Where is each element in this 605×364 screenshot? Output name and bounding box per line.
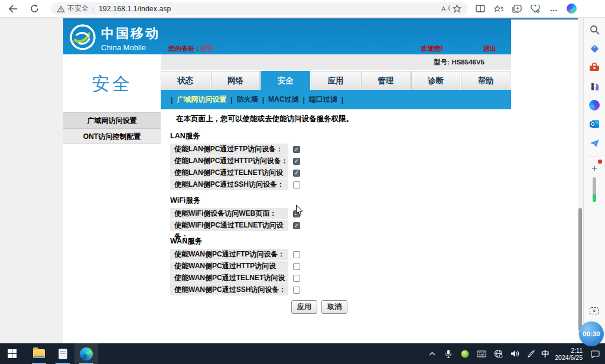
service-checkbox[interactable]: ✓ xyxy=(293,210,300,217)
service-label: 使能WiFi侧设备访问WEB页面： xyxy=(170,208,288,219)
service-row: 使能WAN侧PC通过TELNET访问设备： xyxy=(170,272,424,284)
microphone-icon[interactable] xyxy=(442,347,455,360)
main-content: 在本页面上，您可以使能或去使能访问设备服务权限。 LAN服务使能LAN侧PC通过… xyxy=(170,114,424,314)
ime-indicator[interactable]: 中 xyxy=(541,349,549,359)
sidebar-item-wan-access-settings[interactable]: 广域网访问设置 xyxy=(63,112,161,128)
main-nav-tabs: 状态网络安全应用管理诊断帮助 xyxy=(161,71,511,90)
shopping-icon[interactable] xyxy=(588,42,601,55)
province-value[interactable]: 辽宁 xyxy=(201,45,214,52)
tab-application[interactable]: 应用 xyxy=(311,71,360,90)
service-checkbox[interactable]: ✓ xyxy=(293,222,300,229)
service-row: 使能WAN侧PC通过HTTP访问设备： xyxy=(170,261,424,272)
tools-icon[interactable] xyxy=(588,61,601,74)
outlook-icon[interactable]: O xyxy=(588,118,601,131)
sidebar-divider xyxy=(588,157,601,157)
province-label: 您的省份：辽宁 xyxy=(168,44,214,53)
touch-keyboard-icon[interactable] xyxy=(475,347,488,360)
service-label: 使能WAN侧PC通过HTTP访问设备： xyxy=(170,261,288,272)
subnav-separator: | xyxy=(302,96,304,104)
service-checkbox[interactable]: ✓ xyxy=(293,146,300,153)
subnav-item-wan-access[interactable]: 广域网访问设置 xyxy=(177,95,226,105)
system-tray: 中 2:11 2024/6/25 xyxy=(425,347,605,361)
copilot-icon[interactable] xyxy=(567,4,577,14)
edge-button[interactable] xyxy=(74,343,98,364)
search-icon[interactable] xyxy=(588,23,601,36)
service-row: 使能LAN侧PC通过SSH访问设备： xyxy=(170,179,424,190)
service-label: 使能WiFi侧PC通过TELNET访问设备： xyxy=(170,220,288,231)
service-row: 使能WAN侧PC通过FTP访问设备： xyxy=(170,249,424,260)
service-checkbox[interactable] xyxy=(293,181,300,188)
action-center-icon[interactable] xyxy=(588,347,601,360)
security-label: 不安全 xyxy=(67,4,89,14)
collections-icon[interactable] xyxy=(512,4,522,14)
split-screen-icon[interactable] xyxy=(475,4,486,14)
service-checkbox[interactable] xyxy=(293,287,300,294)
tray-date: 2024/6/25 xyxy=(555,354,583,361)
taskbar-clock[interactable]: 2:11 2024/6/25 xyxy=(552,347,585,361)
add-icon[interactable]: + xyxy=(588,162,601,175)
file-explorer-button[interactable] xyxy=(27,343,51,364)
browser-essentials-icon[interactable] xyxy=(530,4,541,14)
favorite-star-icon[interactable] xyxy=(451,4,462,14)
subnav-item-firewall[interactable]: 防火墙 xyxy=(237,95,258,105)
apply-button[interactable]: 应用 xyxy=(291,300,317,314)
tab-management[interactable]: 管理 xyxy=(361,71,411,90)
service-label: 使能WAN侧PC通过TELNET访问设备： xyxy=(170,272,288,284)
service-label: 使能WAN侧PC通过FTP访问设备： xyxy=(170,249,288,260)
service-label: 使能WAN侧PC通过SSH访问设备： xyxy=(170,284,288,295)
service-checkbox[interactable] xyxy=(293,251,300,258)
sidebar-scroll-indicator[interactable] xyxy=(593,177,596,202)
service-sections: LAN服务使能LAN侧PC通过FTP访问设备：✓使能LAN侧PC通过HTTP访问… xyxy=(170,131,424,295)
welcome-text: 欢迎您! xyxy=(421,44,443,53)
scrollbar-thumb[interactable] xyxy=(578,208,582,331)
favorites-icon[interactable] xyxy=(493,4,504,14)
service-checkbox[interactable] xyxy=(293,263,300,270)
volume-icon[interactable] xyxy=(508,347,521,360)
warning-icon xyxy=(57,5,65,12)
subnav-item-port-filter[interactable]: 端口过滤 xyxy=(309,95,337,105)
subnav-separator: | xyxy=(171,96,173,104)
start-button[interactable] xyxy=(0,343,24,364)
logout-link[interactable]: 退出 xyxy=(483,44,496,53)
read-aloud-icon[interactable]: A xyxy=(441,4,451,14)
url-text: 192.168.1.1/index.asp xyxy=(99,5,171,13)
edge-sidebar: O + ✕ xyxy=(583,18,605,343)
tab-network[interactable]: 网络 xyxy=(211,71,261,90)
pen-icon[interactable] xyxy=(525,347,538,360)
browser-toolbar: 不安全 | 192.168.1.1/index.asp A xyxy=(0,0,605,18)
notepad-button[interactable] xyxy=(51,343,74,364)
toolbar-actions: … xyxy=(475,4,577,14)
service-checkbox[interactable]: ✓ xyxy=(293,170,300,177)
refresh-icon[interactable] xyxy=(26,2,43,16)
section-title: 安全 xyxy=(63,72,161,96)
tab-status[interactable]: 状态 xyxy=(161,71,210,90)
model-label: 型号: xyxy=(434,58,450,66)
router-page: 中国移动 China Mobile 您的省份：辽宁 欢迎您! 退出 型号: HS… xyxy=(0,18,605,343)
service-checkbox[interactable] xyxy=(293,275,300,282)
tab-security[interactable]: 安全 xyxy=(261,71,310,90)
drop-icon[interactable] xyxy=(588,136,601,150)
capture-icon[interactable]: ✕ xyxy=(590,307,599,314)
back-icon[interactable] xyxy=(5,2,21,16)
chevron-up-icon[interactable] xyxy=(425,347,438,360)
page-scrollbar[interactable] xyxy=(578,18,583,343)
sidebar-item-ont-access-control[interactable]: ONT访问控制配置 xyxy=(63,128,161,144)
service-section-title: LAN服务 xyxy=(170,131,424,141)
address-bar[interactable]: 不安全 | 192.168.1.1/index.asp A xyxy=(51,2,468,15)
subnav-item-mac-filter[interactable]: MAC过滤 xyxy=(268,95,298,105)
tab-help[interactable]: 帮助 xyxy=(461,71,510,90)
button-row: 应用 取消 xyxy=(291,300,424,314)
copilot-app-icon[interactable] xyxy=(588,99,601,112)
network-globe-icon[interactable] xyxy=(492,347,505,360)
tab-diagnosis[interactable]: 诊断 xyxy=(411,71,461,90)
more-icon[interactable]: … xyxy=(548,4,559,14)
recording-timer-badge[interactable]: 00:30 xyxy=(579,321,604,346)
status-green-icon[interactable] xyxy=(458,347,471,360)
games-icon[interactable] xyxy=(588,80,601,93)
model-value: HS8546V5 xyxy=(451,58,484,66)
svg-text:O: O xyxy=(591,121,595,127)
banner: 中国移动 China Mobile 您的省份：辽宁 欢迎您! 退出 xyxy=(63,20,511,54)
cancel-button[interactable]: 取消 xyxy=(321,300,347,314)
service-row: 使能WiFi侧设备访问WEB页面：✓ xyxy=(170,208,424,219)
service-checkbox[interactable]: ✓ xyxy=(293,158,300,165)
